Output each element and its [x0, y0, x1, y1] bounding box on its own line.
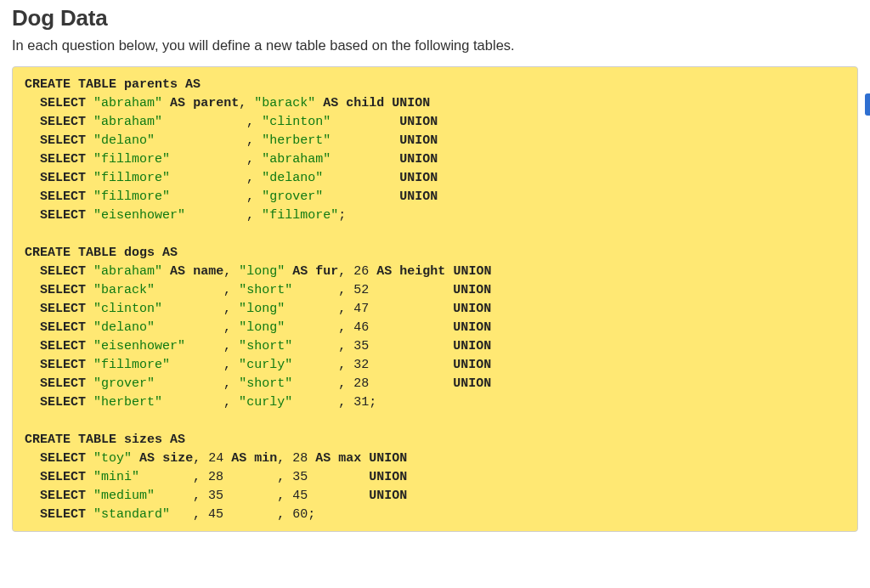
page-title: Dog Data [12, 5, 858, 31]
sql-code: CREATE TABLE parents AS SELECT "abraham"… [25, 76, 845, 524]
sql-code-block: CREATE TABLE parents AS SELECT "abraham"… [12, 66, 858, 532]
scrollbar-thumb[interactable] [865, 93, 870, 116]
intro-text: In each question below, you will define … [12, 35, 858, 56]
